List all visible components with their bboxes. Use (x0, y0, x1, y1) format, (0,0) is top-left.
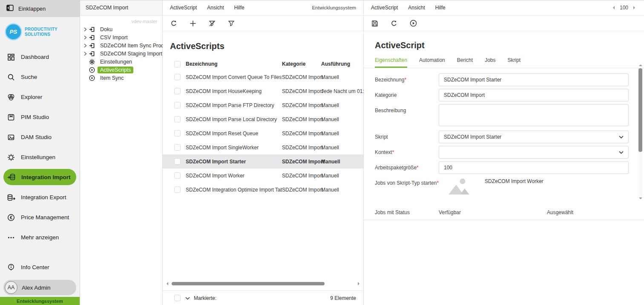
bezeichnung-field[interactable] (439, 73, 629, 86)
sidebar-item-dashboard[interactable]: Dashboard (0, 47, 80, 67)
sidebar-item-einstellungen[interactable]: Einstellungen (0, 147, 80, 167)
table-row[interactable]: SDZeCOM Import Convert Queue To Filesyst… (163, 70, 363, 84)
sidebar-item-integration-export[interactable]: Integration Export (0, 187, 80, 207)
beschreibung-field[interactable] (439, 104, 629, 126)
row-checkbox[interactable] (174, 74, 181, 80)
sidebar-item-dam-studio[interactable]: DAM Studio (0, 127, 80, 147)
available-column-label: Verfügbar (439, 209, 547, 215)
row-checkbox[interactable] (174, 186, 181, 193)
sidebar-item-label: Suche (21, 74, 37, 80)
vertical-scrollbar[interactable] (638, 63, 643, 201)
table-row[interactable]: SDZeCOM Import Reset Queue SDZeCOM Impor… (163, 126, 363, 140)
field-label: Kontext (375, 149, 392, 155)
sidebar-item-explorer[interactable]: Explorer (0, 87, 80, 107)
tab-bericht[interactable]: Bericht (457, 55, 473, 68)
row-checkbox[interactable] (174, 144, 181, 151)
table-row[interactable]: SDZeCOM Integration Optimize Import Tabl… (163, 183, 363, 197)
sidebar-item-info-center[interactable]: Info Center (0, 257, 80, 277)
run-button[interactable] (409, 20, 417, 27)
kategorie-field[interactable] (439, 89, 629, 102)
chevron-right-icon[interactable] (84, 27, 89, 32)
menu-hilfe[interactable]: Hilfe (435, 5, 446, 11)
page-prev-icon[interactable] (611, 6, 615, 9)
import-node-icon (89, 43, 96, 49)
row-checkbox[interactable] (174, 130, 181, 137)
table-row[interactable]: SDZeCOM Import Worker SDZeCOM Import Man… (163, 168, 363, 183)
filter-button[interactable] (227, 20, 235, 27)
table-row-selected[interactable]: SDZeCOM Import Starter SDZeCOM Import Ma… (163, 154, 363, 168)
menu-activescript[interactable]: ActiveScript (170, 5, 197, 11)
table-row[interactable]: SDZeCOM Import Parse FTP Directory SDZeC… (163, 98, 363, 112)
sidebar-item-pim-studio[interactable]: PIM Studio (0, 107, 80, 127)
sidebar-item-price-management[interactable]: € Price Management (0, 207, 80, 227)
tree-item-sdzecom-staging-import[interactable]: SDZeCOM Staging Import (80, 49, 162, 58)
sidebar-item-mehr-anzeigen[interactable]: Mehr anzeigen (0, 227, 80, 247)
menu-ansicht[interactable]: Ansicht (207, 5, 224, 11)
table-row[interactable]: SDZeCOM Import SingleWorker SDZeCOM Impo… (163, 140, 363, 154)
tab-skript[interactable]: Skript (507, 55, 520, 68)
chevron-right-icon[interactable] (84, 52, 89, 56)
scroll-left-arrow-icon[interactable] (165, 282, 168, 285)
tab-automation[interactable]: Automation (419, 55, 445, 68)
required-marker: * (404, 77, 406, 83)
table-row[interactable]: SDZeCOM Import Parse Local Directory SDZ… (163, 112, 363, 126)
vertical-scroll-thumb[interactable] (638, 68, 642, 152)
sidebar-item-suche[interactable]: Suche (0, 67, 80, 87)
table-row[interactable]: SDZeCOM Import HouseKeeping SDZeCOM Impo… (163, 84, 363, 98)
app-logo: PS PRODUCTIVITY SOLUTIONS (0, 17, 80, 44)
required-marker: * (392, 149, 394, 155)
row-checkbox[interactable] (174, 102, 181, 108)
menu-activescript[interactable]: ActiveScript (371, 5, 398, 11)
horizontal-scrollbar[interactable] (163, 280, 363, 288)
user-account-button[interactable]: AA Alex Admin (3, 280, 76, 295)
chevron-right-icon[interactable] (84, 35, 89, 40)
save-button[interactable] (371, 20, 379, 27)
row-checkbox[interactable] (174, 116, 181, 122)
menu-hilfe[interactable]: Hilfe (234, 5, 244, 11)
tree-item-activescripts[interactable]: ActiveScripts (80, 66, 162, 74)
sidebar-item-label: Price Management (21, 214, 69, 221)
tree-item-item-sync[interactable]: Item Sync (80, 74, 162, 82)
marked-label: Markierte: (194, 295, 216, 301)
sidebar-item-integration-import[interactable]: Integration Import (3, 169, 76, 185)
tree-item-sdzecom-item-sync-products[interactable]: SDZeCOM Item Sync Products (80, 41, 162, 49)
chevron-down-icon (619, 134, 624, 140)
detail-tabs: Eigenschaften Automation Bericht Jobs Sk… (364, 55, 644, 68)
horizontal-scroll-thumb[interactable] (172, 282, 324, 285)
tab-eigenschaften[interactable]: Eigenschaften (375, 55, 407, 68)
form-row-bezeichnung: Bezeichnung* (375, 73, 629, 86)
refresh-button[interactable] (170, 20, 178, 27)
footer-checkbox[interactable] (174, 295, 181, 301)
chevron-down-icon[interactable] (185, 295, 190, 301)
menu-ansicht[interactable]: Ansicht (408, 5, 425, 11)
chevron-right-icon[interactable] (84, 44, 89, 48)
skript-dropdown[interactable]: SDZeCOM Import Starter (439, 131, 629, 143)
refresh-button[interactable] (390, 20, 398, 27)
scroll-down-arrow-icon[interactable] (639, 198, 642, 201)
import-node-icon (89, 26, 96, 32)
arbeitspaketgroesse-field[interactable] (439, 161, 629, 174)
page-next-icon[interactable] (633, 6, 637, 9)
tab-jobs[interactable]: Jobs (485, 55, 495, 68)
column-header-kategorie[interactable]: Kategorie (282, 61, 321, 67)
add-button[interactable] (189, 20, 197, 27)
select-all-checkbox[interactable] (174, 61, 181, 67)
kontext-dropdown[interactable] (439, 146, 629, 159)
avatar: AA (5, 281, 17, 294)
image-placeholder-icon[interactable] (447, 177, 470, 197)
row-checkbox[interactable] (174, 172, 181, 179)
clear-filter-button[interactable] (208, 20, 216, 27)
row-checkbox[interactable] (174, 158, 181, 165)
scroll-up-arrow-icon[interactable] (639, 63, 642, 66)
tree-item-csv-import[interactable]: CSV Import (80, 33, 162, 41)
explorer-icon (7, 93, 15, 101)
detail-empty-area (364, 220, 644, 305)
tree-item-doku[interactable]: Doku (80, 25, 162, 33)
collapse-sidebar-button[interactable]: Einklappen (0, 0, 80, 17)
tree-item-einstellungen[interactable]: Einstellungen (80, 58, 162, 66)
environment-label: Entwicklungssystem (312, 5, 356, 10)
column-header-bezeichnung[interactable]: Bezeichnung (186, 61, 282, 67)
column-header-ausfuehrung[interactable]: Ausführung (321, 61, 356, 67)
scroll-right-arrow-icon[interactable] (358, 282, 361, 285)
row-checkbox[interactable] (174, 88, 181, 94)
